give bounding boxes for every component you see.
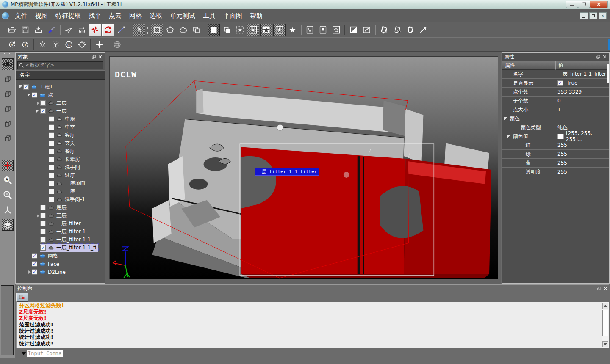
clear-console-button[interactable] (16, 293, 28, 302)
visibility-checkbox[interactable] (49, 141, 54, 146)
measure-button[interactable] (76, 24, 88, 36)
tree-row[interactable]: 玄关 (16, 139, 104, 147)
visibility-checkbox[interactable] (49, 181, 54, 186)
slash-fill-button[interactable] (360, 24, 373, 36)
rotate-1-button[interactable] (19, 39, 31, 51)
toolbar-handle[interactable] (2, 24, 4, 35)
tree-row[interactable]: ✓一层 (16, 107, 104, 115)
visibility-checkbox[interactable] (49, 165, 54, 170)
pinwheel-star-button[interactable] (93, 39, 105, 51)
property-value-cell[interactable]: 255 (555, 150, 609, 158)
menu-10[interactable]: 平面图 (219, 11, 246, 21)
menu-11[interactable]: 帮助 (246, 11, 266, 21)
close-panel-icon[interactable] (98, 55, 103, 59)
property-row[interactable]: 颜色值[255, 255, 255]... (502, 132, 609, 141)
property-value-cell[interactable]: ✓True (555, 79, 609, 87)
refresh-button[interactable] (102, 24, 114, 36)
tree-row[interactable]: ✓Face (16, 260, 104, 268)
menu-8[interactable]: 单元测试 (166, 11, 199, 21)
coordinate-axis-button[interactable] (2, 204, 14, 216)
visibility-checkbox[interactable] (49, 157, 54, 162)
property-row[interactable]: 点个数353,3329 (502, 88, 609, 97)
visibility-checkbox[interactable] (49, 132, 54, 138)
visibility-toggle-button[interactable] (2, 58, 14, 70)
tree-row[interactable]: ✓D2Line (16, 268, 104, 276)
property-value-cell[interactable]: [255, 255, 255]... (555, 132, 609, 141)
scroll-down-button[interactable] (602, 341, 608, 347)
subtract-region-button[interactable] (221, 24, 233, 36)
rotate-a-button[interactable] (6, 39, 18, 51)
visibility-checkbox[interactable]: ✓ (32, 253, 37, 259)
float-panel-icon[interactable] (596, 55, 601, 59)
command-input[interactable] (27, 350, 63, 357)
expander-icon[interactable] (27, 94, 32, 97)
tree-row[interactable]: 二层 (16, 99, 104, 107)
menu-3[interactable]: 特征提取 (52, 11, 85, 21)
property-value-cell[interactable]: 353,3329 (555, 88, 609, 96)
menu-1[interactable]: 文件 (11, 11, 31, 21)
menu-5[interactable]: 点云 (105, 11, 125, 21)
card-pair-button[interactable] (378, 24, 390, 36)
property-row[interactable]: 颜色 (502, 114, 609, 123)
menu-6[interactable]: 网格 (125, 11, 146, 21)
tree-row[interactable]: 长辈房 (16, 155, 104, 163)
scrollbar-thumb[interactable] (602, 310, 608, 336)
property-value-cell[interactable]: 0 (555, 97, 609, 105)
tree-row[interactable]: 过厅 (16, 171, 104, 179)
toolbar-handle[interactable] (147, 24, 149, 35)
polygon-select-button[interactable] (164, 24, 176, 36)
highlight-box-button[interactable] (304, 24, 316, 36)
card-stack-button[interactable] (404, 24, 416, 36)
expander-icon[interactable] (27, 270, 32, 274)
import-button[interactable] (32, 24, 44, 36)
group-expander-icon[interactable] (507, 135, 510, 138)
copy-region-button[interactable] (190, 24, 202, 36)
visibility-checkbox[interactable] (49, 149, 54, 154)
toolbar-handle[interactable] (129, 24, 131, 35)
property-row[interactable]: 是否显示✓True (502, 79, 609, 88)
visibility-checkbox[interactable] (49, 189, 54, 194)
star-invert-button[interactable] (260, 24, 272, 36)
property-row[interactable]: 红255 (502, 141, 609, 150)
card-delete-button[interactable] (391, 24, 403, 36)
command-history-dropdown-icon[interactable] (21, 352, 26, 355)
visibility-checkbox[interactable] (40, 100, 46, 106)
property-row[interactable]: 透明度255 (502, 168, 609, 176)
menu-4[interactable]: 找平 (85, 11, 105, 21)
tree-row[interactable]: 洗手间 (16, 163, 104, 171)
brush-button[interactable] (45, 24, 58, 36)
tree-row[interactable]: 一层地面 (16, 179, 104, 188)
zoom-all-button[interactable] (2, 174, 14, 186)
mdi-minimize-button[interactable] (580, 12, 588, 19)
point-cluster-button[interactable] (36, 39, 49, 51)
visibility-checkbox[interactable] (49, 116, 54, 122)
export-layers-button[interactable] (2, 219, 14, 231)
property-row[interactable]: 名字一层_filter-1-1_filter (502, 70, 609, 79)
property-value-cell[interactable]: 255 (555, 168, 609, 176)
menu-9[interactable]: 工具 (199, 11, 219, 21)
lasso-select-button[interactable] (177, 24, 189, 36)
pinwheel-button[interactable] (89, 24, 101, 36)
fill-region-button[interactable] (208, 24, 220, 36)
save-button[interactable] (19, 24, 31, 36)
star-marquee-button[interactable] (234, 24, 246, 36)
visibility-checkbox[interactable] (40, 213, 46, 218)
tree-row[interactable]: 一层_filter-1-1 (16, 236, 104, 244)
tree-row[interactable]: 洗手间-1 (16, 196, 104, 204)
visibility-checkbox[interactable]: ✓ (32, 269, 37, 275)
view-cube-3-button[interactable] (2, 103, 14, 115)
expander-icon[interactable] (36, 214, 40, 218)
property-value-cell[interactable] (555, 114, 609, 123)
tree-row[interactable]: ✓工程1 (16, 83, 104, 91)
view-cube-5-button[interactable] (2, 132, 14, 144)
view-cube-4-button[interactable] (2, 118, 14, 130)
visibility-checkbox[interactable]: ✓ (40, 108, 46, 114)
visibility-checkbox[interactable]: ✓ (40, 245, 46, 251)
float-panel-icon[interactable] (92, 55, 96, 59)
view-cube-1-button[interactable] (2, 73, 14, 85)
property-value-cell[interactable]: 255 (555, 141, 609, 149)
visibility-checkbox[interactable] (49, 124, 54, 130)
toolbar-handle[interactable] (2, 39, 4, 50)
visibility-checkbox[interactable] (40, 237, 46, 243)
close-panel-icon[interactable] (602, 55, 607, 59)
